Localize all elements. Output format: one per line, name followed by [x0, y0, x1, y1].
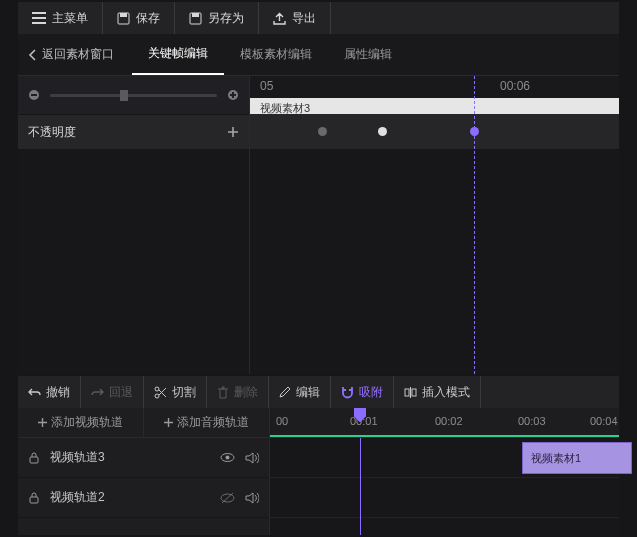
save-as-label: 另存为 [208, 10, 244, 27]
lock-icon[interactable] [28, 491, 40, 504]
scissors-icon [154, 386, 167, 399]
property-label: 不透明度 [28, 124, 76, 141]
timeline-playhead[interactable] [360, 438, 361, 535]
plus-small-icon [164, 418, 173, 427]
panel-tabs: 返回素材窗口 关键帧编辑 模板素材编辑 属性编辑 [18, 34, 619, 76]
undo-button[interactable]: 撤销 [18, 376, 81, 408]
keyframe-clip[interactable]: 视频素材3 [250, 98, 619, 114]
svg-rect-12 [412, 389, 416, 396]
top-menu-bar: 主菜单 保存 另存为 导出 [18, 2, 619, 34]
svg-point-9 [155, 387, 159, 391]
speaker-icon[interactable] [245, 492, 259, 504]
export-icon [273, 12, 286, 25]
ruler-tick: 00:02 [435, 415, 463, 427]
timeline-track[interactable] [270, 478, 619, 518]
ruler-tick: 05 [260, 79, 273, 93]
timeline-ruler[interactable]: 00 00:01 00:02 00:03 00:04 [270, 408, 619, 437]
tab-template[interactable]: 模板素材编辑 [224, 34, 328, 75]
plus-icon[interactable] [227, 89, 239, 101]
plus-small-icon [38, 418, 47, 427]
track-name: 视频轨道2 [50, 489, 210, 506]
keyframe-playhead[interactable] [474, 76, 475, 374]
tab-keyframe[interactable]: 关键帧编辑 [132, 34, 224, 75]
ruler-tick: 00:06 [500, 79, 530, 93]
main-timeline: 添加视频轨道 添加音频轨道 00 00:01 00:02 00:03 00:04… [18, 408, 619, 535]
svg-point-10 [155, 394, 159, 398]
track-name: 视频轨道3 [50, 449, 210, 466]
property-list: 不透明度 [18, 76, 250, 374]
add-audio-track-button[interactable]: 添加音频轨道 [144, 408, 270, 437]
chevron-left-icon [28, 49, 36, 61]
keyframe-dot[interactable] [318, 127, 327, 136]
track-area[interactable]: 视频素材1 [270, 438, 619, 535]
svg-rect-16 [30, 497, 38, 503]
main-menu-label: 主菜单 [52, 10, 88, 27]
edit-button[interactable]: 编辑 [269, 376, 331, 408]
ruler-tick: 00:04 [590, 415, 618, 427]
export-button[interactable]: 导出 [259, 2, 331, 34]
snap-toggle[interactable]: 吸附 [331, 376, 394, 408]
save-icon [117, 12, 130, 25]
zoom-slider[interactable] [50, 94, 217, 97]
keyframe-panel: 返回素材窗口 关键帧编辑 模板素材编辑 属性编辑 不透明度 05 [18, 34, 619, 374]
property-row-opacity[interactable]: 不透明度 [18, 114, 249, 150]
timeline-toolbar: 撤销 回退 切割 删除 编辑 吸附 插入模式 [18, 376, 619, 408]
menu-icon [32, 12, 46, 24]
tab-property[interactable]: 属性编辑 [328, 34, 408, 75]
add-keyframe-icon[interactable] [227, 126, 239, 138]
add-video-track-button[interactable]: 添加视频轨道 [18, 408, 144, 437]
svg-point-15 [226, 456, 230, 460]
svg-rect-1 [120, 13, 127, 17]
timeline-clip[interactable]: 视频素材1 [522, 442, 632, 474]
save-label: 保存 [136, 10, 160, 27]
cut-button[interactable]: 切割 [144, 376, 207, 408]
zoom-slider-thumb[interactable] [120, 90, 128, 101]
timeline-track[interactable]: 视频素材1 [270, 438, 619, 478]
delete-button[interactable]: 删除 [207, 376, 269, 408]
trash-icon [217, 386, 229, 399]
svg-rect-5 [31, 94, 37, 96]
save-as-button[interactable]: 另存为 [175, 2, 259, 34]
svg-rect-11 [405, 389, 409, 396]
keyframe-ruler[interactable]: 05 00:06 视频素材3 [250, 76, 619, 114]
eye-off-icon[interactable] [220, 492, 235, 504]
eye-icon[interactable] [220, 452, 235, 463]
ruler-tick: 00 [276, 415, 288, 427]
zoom-slider-row [18, 76, 249, 114]
pencil-icon [279, 386, 291, 398]
redo-button[interactable]: 回退 [81, 376, 144, 408]
insert-icon [404, 386, 417, 399]
speaker-icon[interactable] [245, 452, 259, 464]
timeline-header: 添加视频轨道 添加音频轨道 00 00:01 00:02 00:03 00:04 [18, 408, 619, 438]
svg-rect-3 [192, 13, 199, 17]
keyframe-track[interactable] [250, 114, 619, 150]
track-label-row: 视频轨道2 [18, 478, 269, 518]
redo-icon [91, 387, 104, 398]
undo-icon [28, 387, 41, 398]
back-button[interactable]: 返回素材窗口 [28, 46, 132, 63]
main-menu-button[interactable]: 主菜单 [18, 2, 103, 34]
export-label: 导出 [292, 10, 316, 27]
ruler-tick: 00:03 [518, 415, 546, 427]
keyframe-dot[interactable] [378, 127, 387, 136]
lock-icon[interactable] [28, 451, 40, 464]
back-label: 返回素材窗口 [42, 46, 114, 63]
track-label-row: 视频轨道3 [18, 438, 269, 478]
track-label-column: 视频轨道3 视频轨道2 [18, 438, 270, 535]
minus-icon[interactable] [28, 89, 40, 101]
save-as-icon [189, 12, 202, 25]
magnet-icon [341, 386, 354, 399]
svg-rect-8 [232, 92, 234, 98]
keyframe-timeline[interactable]: 05 00:06 视频素材3 [250, 76, 619, 374]
insert-mode-button[interactable]: 插入模式 [394, 376, 481, 408]
save-button[interactable]: 保存 [103, 2, 175, 34]
svg-rect-13 [30, 457, 38, 463]
